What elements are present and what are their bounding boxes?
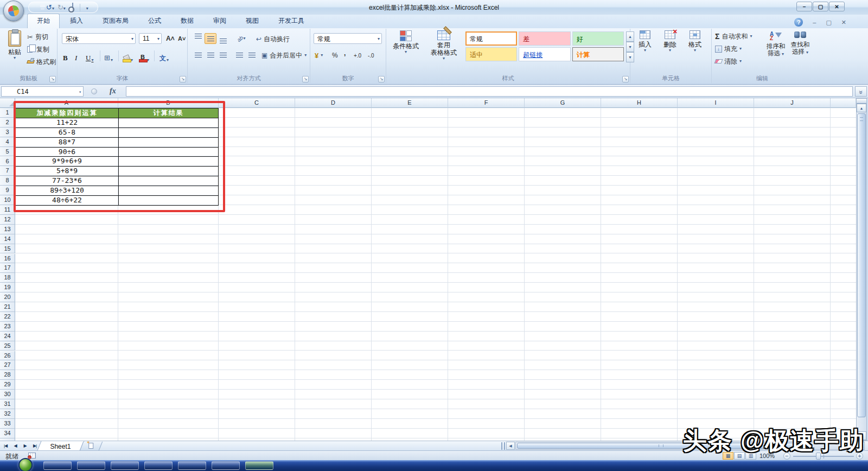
align-top-button[interactable] [192,33,204,44]
font-size-select[interactable]: 11▾ [139,33,162,44]
vertical-scrollbar[interactable]: ▲ ▼ [856,98,867,441]
column-header-I[interactable]: I [678,98,754,108]
grid-row[interactable] [15,351,856,361]
grid-row[interactable] [15,292,856,302]
row-header-21[interactable]: 21 [0,302,15,312]
name-box[interactable]: C14▾ [1,86,84,97]
tab-公式[interactable]: 公式 [139,14,170,28]
row-header-17[interactable]: 17 [0,263,15,273]
cell-style-normal[interactable]: 常规 [465,31,517,46]
cell-style-hyperlink[interactable]: 超链接 [519,47,570,61]
row-header-3[interactable]: 3 [0,128,15,137]
row-header-18[interactable]: 18 [0,273,15,283]
decrease-decimal-button[interactable]: -.0 [368,49,374,61]
conditional-formatting-button[interactable]: 条件格式 ▾ [388,30,423,54]
table-header-cell[interactable]: 计算结果 [119,109,219,118]
number-format-select[interactable]: 常规▾ [314,33,382,44]
format-cells-button[interactable]: 格式 ▾ [684,30,706,53]
paste-button[interactable]: 粘贴 ▾ [3,30,26,60]
copy-button[interactable]: 复制 [27,43,49,55]
align-middle-button[interactable] [205,33,216,44]
accounting-format-button[interactable]: ¥▾ [315,49,323,61]
vertical-split-handle[interactable] [857,99,866,104]
row-header-19[interactable]: 19 [0,283,15,292]
cell-style-neutral[interactable]: 适中 [465,47,517,61]
table-cell[interactable]: 89÷3+120 [16,186,119,196]
column-header-partial[interactable] [831,98,856,108]
row-header-24[interactable]: 24 [0,332,15,341]
row-header-1[interactable]: 1 [0,108,15,118]
spreadsheet-grid[interactable]: ABCDEFGHIJ 12345678910111213141516171819… [0,98,856,441]
taskbar-button[interactable] [245,461,273,470]
table-cell[interactable] [119,186,219,196]
row-header-9[interactable]: 9 [0,186,15,195]
grid-row[interactable] [15,370,856,380]
italic-button[interactable]: I [75,50,77,62]
row-header-16[interactable]: 16 [0,254,15,264]
table-cell[interactable]: 11+22 [16,118,119,128]
autosum-button[interactable]: Σ自动求和▾ [715,30,752,42]
taskbar-button[interactable] [43,461,72,470]
row-header-6[interactable]: 6 [0,157,15,167]
percent-style-button[interactable]: % [332,49,338,61]
scroll-left-button[interactable]: ◀ [506,442,515,450]
grid-row[interactable] [15,244,856,254]
grid-row[interactable] [15,225,856,234]
merge-center-button[interactable]: ▣合并后居中▾ [261,49,307,61]
scroll-up-button[interactable]: ▲ [857,104,866,112]
next-sheet-button[interactable]: ▶ [21,442,29,450]
row-header-26[interactable]: 26 [0,351,15,361]
insert-cells-button[interactable]: 插入 ▾ [634,30,656,53]
grid-row[interactable] [15,263,856,273]
row-header-11[interactable]: 11 [0,205,15,215]
table-cell[interactable]: 65-8 [16,128,119,138]
name-box-splitter[interactable] [91,88,97,94]
tab-数据[interactable]: 数据 [171,14,203,28]
font-dialog-launcher[interactable]: ↘ [180,76,186,82]
find-select-button[interactable]: 查找和 选择 ▾ [789,30,812,55]
fill-color-button[interactable]: ▾ [123,50,133,62]
fill-button[interactable]: ↓填充▾ [715,43,742,55]
row-header-5[interactable]: 5 [0,147,15,157]
taskbar-button[interactable] [212,461,240,470]
row-header-30[interactable]: 30 [0,390,15,399]
grid-row[interactable] [15,273,856,283]
taskbar-button[interactable] [178,461,206,470]
grid-row[interactable] [15,390,856,399]
column-header-H[interactable]: H [601,98,678,108]
table-cell[interactable]: 77-23*6 [16,176,119,186]
row-header-14[interactable]: 14 [0,234,15,244]
font-name-select[interactable]: 宋体▾ [62,33,136,44]
table-cell[interactable] [119,167,219,176]
grid-row[interactable] [15,254,856,264]
column-header-F[interactable]: F [448,98,525,108]
row-header-2[interactable]: 2 [0,118,15,128]
row-header-4[interactable]: 4 [0,137,15,147]
borders-button[interactable]: ⊞▾ [104,50,113,62]
table-cell[interactable]: 90÷6 [16,148,119,157]
table-header-cell[interactable]: 加减乘除四则运算 [16,109,119,118]
increase-decimal-button[interactable]: +.0 [354,49,361,61]
table-cell[interactable] [119,176,219,186]
number-dialog-launcher[interactable]: ↘ [378,76,385,82]
comma-style-button[interactable]: , [344,47,346,59]
grid-row[interactable] [15,215,856,225]
formula-input[interactable] [126,86,853,97]
decrease-indent-button[interactable] [233,49,245,60]
grid-row[interactable] [15,322,856,332]
table-cell[interactable] [119,196,219,206]
insert-function-button[interactable]: fx [110,87,116,96]
grid-row[interactable] [15,234,856,244]
font-color-button[interactable]: B▾ [139,50,149,62]
tab-split-handle[interactable] [501,442,505,450]
row-header-32[interactable]: 32 [0,409,15,419]
clear-button[interactable]: 清除▾ [715,55,742,67]
insert-worksheet-button[interactable] [80,442,103,450]
row-header-29[interactable]: 29 [0,380,15,390]
workbook-restore-button[interactable]: ▢ [826,19,831,26]
column-header-D[interactable]: D [295,98,372,108]
table-cell[interactable] [119,157,219,167]
close-button[interactable]: ✕ [829,2,845,11]
minimize-button[interactable]: – [796,2,812,11]
table-cell[interactable] [119,148,219,157]
